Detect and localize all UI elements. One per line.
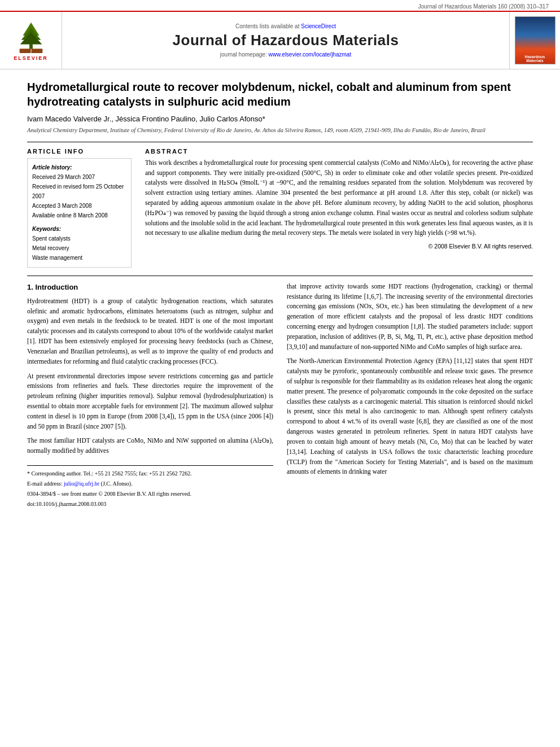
accepted-date: Accepted 3 March 2008 [32,201,126,211]
elsevier-logo: ELSEVIER [11,20,51,61]
keywords-list: Spent catalysts Metal recovery Waste man… [32,234,126,263]
divider-after-affiliation [27,142,533,142]
journal-cover-label: HazardousMaterials [524,54,546,64]
journal-homepage-line: journal homepage: www.elsevier.com/locat… [220,51,351,58]
abstract-col: ABSTRACT This work describes a hydrometa… [145,148,533,268]
journal-cover-image: HazardousMaterials [515,16,555,64]
received-revised-date: Received in revised form 25 October 2007 [32,182,126,201]
footnote-4: doi:10.1016/j.jhazmat.2008.03.003 [27,500,273,509]
footnote-email-suffix: (J.C. Afonso). [101,480,133,487]
abstract-text: This work describes a hydrometallurgical… [145,158,533,239]
article-info-label: ARTICLE INFO [27,148,132,155]
keyword-1: Spent catalysts [32,234,126,243]
affiliation: Analytical Chemistry Department, Institu… [27,126,533,135]
body-two-col: 1. Introduction Hydrotreatment (HDT) is … [27,282,533,510]
footnote-email-label: E-mail address: [27,480,64,487]
body-col1-para3: The most familiar HDT catalysts are CoMo… [27,436,273,456]
article-history-label: Article history: [32,163,126,172]
body-section: 1. Introduction Hydrotreatment (HDT) is … [27,276,533,510]
body-col1-para1: Hydrotreatment (HDT) is a group of catal… [27,296,273,367]
main-content: Hydrometallurgical route to recover moly… [0,69,560,747]
header-center: Contents lists available at ScienceDirec… [62,12,509,69]
elsevier-logo-area: ELSEVIER [0,12,62,69]
received-date: Received 29 March 2007 [32,172,126,182]
body-col2-para1: that improve activity towards some HDT r… [287,282,533,352]
journal-title: Journal of Hazardous Materials [173,32,399,49]
footnote-2: E-mail address: julio@iq.ufrj.br (J.C. A… [27,479,273,488]
footnote-area: * Corresponding author. Tel.: +55 21 256… [27,465,273,509]
body-col1-para2: At present environmental directories imp… [27,372,273,432]
homepage-label: journal homepage: [220,51,267,58]
keyword-2: Metal recovery [32,243,126,253]
article-info-col: ARTICLE INFO Article history: Received 2… [27,148,132,268]
footnote-email-link[interactable]: julio@iq.ufrj.br [64,480,99,487]
header-banner: ELSEVIER Contents lists available at Sci… [0,11,560,69]
abstract-label: ABSTRACT [145,148,533,155]
article-info-box: Article history: Received 29 March 2007 … [27,158,132,268]
copyright-line: © 2008 Elsevier B.V. All rights reserved… [145,243,533,250]
elsevier-label: ELSEVIER [14,55,48,61]
journal-topline: Journal of Hazardous Materials 160 (2008… [0,0,560,11]
keywords-label: Keywords: [32,225,126,234]
article-title: Hydrometallurgical route to recover moly… [27,80,533,109]
body-col-right: that improve activity towards some HDT r… [287,282,533,510]
section1-heading: 1. Introduction [27,282,273,293]
journal-cover-area: HazardousMaterials [509,12,560,69]
homepage-link[interactable]: www.elsevier.com/locate/jhazmat [268,51,351,58]
author-names: Ivam Macedo Valverde Jr., Jéssica Fronti… [27,115,265,123]
footnote-3: 0304-3894/$ – see front matter © 2008 El… [27,490,273,499]
sciencedirect-link[interactable]: ScienceDirect [301,23,336,29]
body-col-left: 1. Introduction Hydrotreatment (HDT) is … [27,282,273,510]
body-divider [27,276,533,276]
info-abstract-section: ARTICLE INFO Article history: Received 2… [27,148,533,268]
article-dates: Received 29 March 2007 Received in revis… [32,172,126,220]
available-online-date: Available online 8 March 2008 [32,211,126,220]
authors: Ivam Macedo Valverde Jr., Jéssica Fronti… [27,115,533,123]
sciencedirect-line: Contents lists available at ScienceDirec… [235,23,336,29]
sciencedirect-prefix: Contents lists available at [235,23,299,29]
page: Journal of Hazardous Materials 160 (2008… [0,0,560,747]
elsevier-tree-icon [11,20,51,54]
keyword-3: Waste management [32,253,126,263]
body-col2-para2: The North-American Environmental Protect… [287,356,533,477]
footnote-1: * Corresponding author. Tel.: +55 21 256… [27,469,273,478]
